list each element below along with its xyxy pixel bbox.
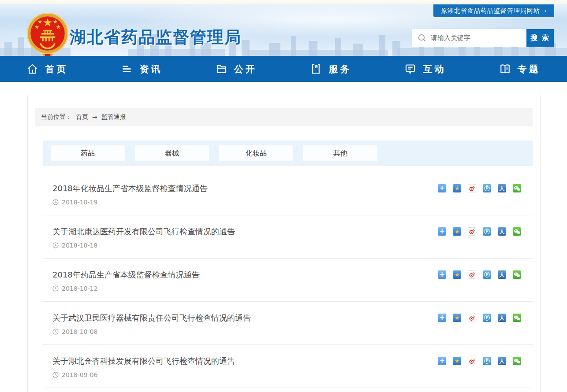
clock-icon	[52, 199, 59, 205]
tab-devices[interactable]: 器械	[134, 145, 209, 162]
search-button[interactable]: 搜 索	[526, 29, 554, 47]
wechat-share-icon[interactable]	[513, 227, 521, 236]
sina-weibo-share-icon[interactable]	[468, 227, 476, 236]
old-site-link-label: 原湖北省食品药品监督管理局网站	[441, 7, 540, 15]
tab-drugs[interactable]: 药品	[50, 145, 125, 162]
news-date: 2018-09-06	[62, 371, 97, 378]
renren-share-icon[interactable]: 人	[498, 270, 506, 279]
people-weibo-share-icon[interactable]: P	[483, 314, 491, 322]
news-date: 2018-10-19	[62, 199, 97, 206]
nav-label: 服务	[328, 63, 351, 75]
content-card: 当前位置： 首页 → 监管通报 药品 器械 化妆品 其他 2018年化妆品生产省…	[27, 95, 541, 392]
speech-bubble-icon	[404, 63, 416, 75]
search-box	[412, 29, 526, 47]
nav-item-topics[interactable]: 专题	[473, 56, 567, 82]
breadcrumb-separator-arrow: →	[92, 114, 97, 121]
sina-weibo-share-icon[interactable]	[468, 314, 476, 322]
news-date: 2018-10-12	[62, 285, 97, 292]
wechat-share-icon[interactable]	[513, 184, 521, 192]
qzone-share-icon[interactable]: ★	[453, 314, 461, 322]
nav-label: 互动	[423, 63, 446, 75]
tab-others[interactable]: 其他	[303, 145, 378, 162]
wechat-share-icon[interactable]	[513, 270, 521, 279]
search-input[interactable]	[426, 29, 526, 47]
site-search: 搜 索	[412, 29, 554, 47]
share-more-icon[interactable]: +	[438, 357, 446, 365]
news-title-link[interactable]: 关于湖北康达医药开发有限公司飞行检查情况的通告	[52, 226, 235, 237]
news-row: 关于湖北康达医药开发有限公司飞行检查情况的通告 + ★ P 人 2018-10-…	[43, 215, 533, 259]
renren-share-icon[interactable]: 人	[498, 184, 506, 192]
people-weibo-share-icon[interactable]: P	[483, 270, 491, 279]
qzone-share-icon[interactable]: ★	[453, 357, 461, 365]
open-book-icon	[499, 63, 511, 75]
share-icons: + ★ P 人	[438, 226, 521, 236]
site-title: 湖北省药品监督管理局	[70, 26, 242, 48]
banner: 湖北省药品监督管理局 原湖北省食品药品监督管理局网站 › 搜 索	[0, 4, 567, 56]
share-more-icon[interactable]: +	[438, 314, 446, 322]
news-title-link[interactable]: 关于湖北金杏科技发展有限公司飞行检查情况的通告	[52, 356, 235, 366]
share-icons: + ★ P 人	[438, 183, 521, 192]
renren-share-icon[interactable]: 人	[498, 314, 506, 322]
top-strip	[0, 0, 567, 4]
news-date-line: 2018-09-06	[52, 371, 521, 378]
share-icons: + ★ P 人	[438, 270, 521, 279]
nav-label: 首页	[45, 63, 68, 75]
wechat-share-icon[interactable]	[513, 357, 521, 365]
renren-share-icon[interactable]: 人	[498, 227, 506, 236]
share-more-icon[interactable]: +	[438, 184, 446, 192]
people-weibo-share-icon[interactable]: P	[483, 184, 491, 192]
breadcrumb-label: 当前位置：	[41, 113, 72, 121]
tab-cosmetics[interactable]: 化妆品	[219, 145, 294, 162]
search-icon	[418, 33, 426, 42]
news-row: 2018年药品生产省本级监督检查情况通告 + ★ P 人 2018-10-12	[43, 259, 533, 302]
share-more-icon[interactable]: +	[438, 227, 446, 236]
news-title-link[interactable]: 2018年药品生产省本级监督检查情况通告	[52, 270, 200, 280]
people-weibo-share-icon[interactable]: P	[483, 357, 491, 365]
nav-item-home[interactable]: 首页	[0, 56, 94, 82]
nav-label: 公开	[234, 63, 257, 75]
nav-label: 资讯	[139, 63, 162, 75]
news-list: 2018年化妆品生产省本级监督检查情况通告 + ★ P 人 2018-10-19…	[43, 172, 533, 388]
share-icons: + ★ P 人	[438, 313, 521, 322]
national-emblem	[25, 12, 70, 56]
news-date-line: 2018-10-12	[52, 285, 521, 292]
clock-icon	[52, 242, 59, 248]
share-more-icon[interactable]: +	[438, 270, 446, 279]
news-row: 2018年化妆品生产省本级监督检查情况通告 + ★ P 人 2018-10-19	[43, 172, 533, 215]
news-lines-icon	[121, 63, 133, 75]
clock-icon	[52, 372, 59, 378]
wechat-share-icon[interactable]	[513, 314, 521, 322]
chevron-right-icon: ›	[545, 7, 547, 14]
nav-item-public[interactable]: 公开	[189, 56, 284, 82]
nav-item-services[interactable]: 服务	[284, 56, 378, 82]
book-bookmark-icon	[310, 63, 322, 75]
breadcrumb: 当前位置： 首页 → 监管通报	[35, 108, 533, 126]
breadcrumb-current[interactable]: 监管通报	[101, 113, 126, 121]
qzone-share-icon[interactable]: ★	[453, 270, 461, 279]
news-row: 关于湖北金杏科技发展有限公司飞行检查情况的通告 + ★ P 人 2018-09-…	[43, 345, 533, 388]
news-date: 2018-10-08	[62, 328, 97, 335]
clock-icon	[52, 285, 59, 292]
clock-icon	[52, 329, 59, 335]
news-title-link[interactable]: 关于武汉卫民医疗器械有限责任公司飞行检查情况的通告	[52, 313, 251, 323]
breadcrumb-home-link[interactable]: 首页	[76, 113, 88, 121]
news-date-line: 2018-10-18	[52, 242, 521, 249]
sina-weibo-share-icon[interactable]	[468, 357, 476, 365]
news-date-line: 2018-10-19	[52, 199, 521, 206]
renren-share-icon[interactable]: 人	[498, 357, 506, 365]
people-weibo-share-icon[interactable]: P	[483, 227, 491, 236]
home-icon	[26, 63, 38, 75]
news-date: 2018-10-18	[62, 242, 97, 249]
nav-item-interaction[interactable]: 互动	[378, 56, 472, 82]
nav-item-news[interactable]: 资讯	[94, 56, 189, 82]
qzone-share-icon[interactable]: ★	[453, 227, 461, 236]
main-navigation: 首页 资讯 公开 服务 互动 专题	[0, 56, 567, 82]
share-icons: + ★ P 人	[438, 356, 521, 365]
sina-weibo-share-icon[interactable]	[468, 184, 476, 192]
news-title-link[interactable]: 2018年化妆品生产省本级监督检查情况通告	[52, 183, 208, 194]
folder-icon	[216, 63, 228, 75]
news-date-line: 2018-10-08	[52, 328, 521, 335]
old-site-link-button[interactable]: 原湖北省食品药品监督管理局网站 ›	[433, 4, 554, 17]
sina-weibo-share-icon[interactable]	[468, 270, 476, 279]
qzone-share-icon[interactable]: ★	[453, 184, 461, 192]
